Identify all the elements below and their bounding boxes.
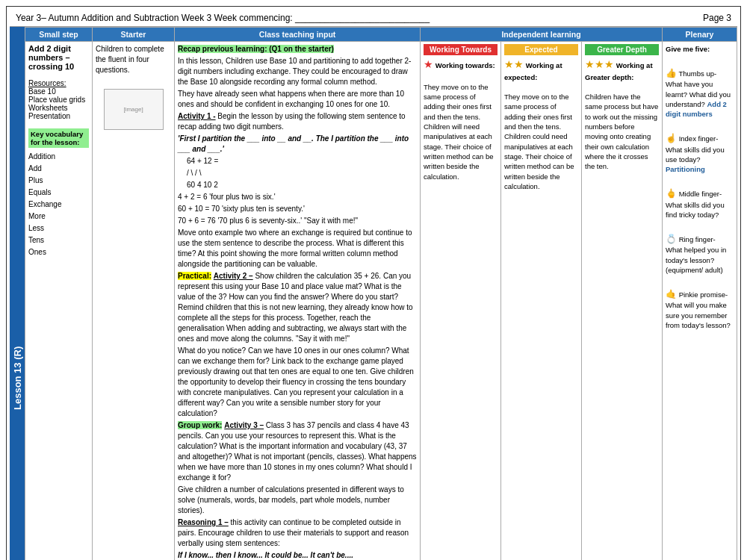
ind-greater-cell: Greater Depth ★★★ Working at Greater dep…	[582, 42, 663, 561]
plenary-item-5: 🤙 Pinkie promise- What will you make sur…	[666, 288, 734, 331]
small-step-cell: Add 2 digit numbers – crossing 10 Resour…	[25, 42, 93, 561]
calc1: 4 + 2 = 6 'four plus two is six.'	[178, 192, 417, 202]
reasoning-label: Reasoning 1 –	[178, 518, 229, 526]
activity3-text: Class 3 has 37 pencils and class 4 have …	[178, 421, 417, 482]
plenary-item-3: 🖕 Middle finger- What skills did you fin…	[666, 187, 734, 220]
recap-heading: Recap previous learning: (Q1 on the star…	[178, 45, 334, 53]
header-independent: Independent learning	[421, 28, 663, 42]
resource-4: Presentation	[28, 112, 70, 120]
stem-sentence: 'First I partition the ___ into __ and _…	[178, 134, 417, 155]
plenary-content: Give me five: 👍 Thumbs up- What have you…	[666, 44, 734, 330]
if-i-text: If I know... then I know... It could be.…	[178, 550, 417, 560]
teaching-cell: Recap previous learning: (Q1 on the star…	[175, 42, 421, 561]
vocab-list: Addition Add Plus Equals Exchange More L…	[28, 151, 89, 258]
nums1: 60 4 10 2	[178, 180, 417, 190]
resource-3: Worksheets	[28, 104, 68, 112]
header-teaching: Class teaching input	[175, 28, 421, 42]
ind-expected-cell: Expected ★★ Working at expected: They mo…	[501, 42, 582, 561]
intro-text: In this lesson, Children use Base 10 and…	[178, 56, 417, 87]
key-vocab-box: Key vocabulary for the lesson:	[28, 128, 89, 148]
plenary-item-1: 👍 Thumbs up- What have you learnt? What …	[666, 67, 734, 119]
resource-2: Place value grids	[28, 96, 85, 104]
resource-1: Base 10	[28, 87, 56, 96]
teaching-content: Recap previous learning: (Q1 on the star…	[178, 44, 417, 560]
lesson-sidebar: Lesson 13 (R)	[10, 27, 25, 560]
ind-working-header: Working Towards	[424, 44, 498, 55]
example1: 64 + 12 =	[178, 156, 417, 167]
seen-text: They have already seen what happens when…	[178, 89, 417, 110]
main-content: Lesson 13 (R) Small step Starter Class t…	[10, 27, 737, 560]
plenary-cell: Give me five: 👍 Thumbs up- What have you…	[663, 42, 737, 561]
content-area: Small step Starter Class teaching input …	[25, 27, 737, 560]
activity1-label: Activity 1 -	[178, 112, 216, 120]
page-title: Year 3– Autumn Addition and Subtraction …	[16, 13, 430, 23]
move-text: Move onto example two where an exchange …	[178, 228, 417, 270]
starter-cell: Children to complete the fluent in four …	[93, 42, 175, 561]
starter-text: Children to complete the fluent in four …	[96, 44, 171, 130]
calc2: 60 + 10 = 70 'sixty plus ten is seventy.…	[178, 204, 417, 214]
give-text: Give children a number of calculations p…	[178, 485, 417, 516]
main-table: Small step Starter Class teaching input …	[25, 27, 737, 560]
activity3-label: Activity 3 –	[224, 421, 264, 429]
ind-greater-header: Greater Depth	[585, 44, 659, 55]
header-starter: Starter	[93, 28, 175, 42]
diagram1: / \ / \	[178, 168, 417, 178]
header-small-step: Small step	[25, 28, 93, 42]
activity2-label: Activity 2 –	[214, 272, 253, 280]
practical-label: Practical:	[178, 272, 211, 280]
ind-working-cell: Working Towards ★ Working towards: They …	[421, 42, 501, 561]
ind-working-content: ★ Working towards: They move on to the s…	[424, 57, 498, 181]
page-number: Page 3	[703, 13, 731, 23]
header-plenary: Plenary	[663, 28, 737, 42]
starter-image: [image]	[104, 89, 164, 130]
calc3: 70 + 6 = 76 '70 plus 6 is seventy-six..'…	[178, 216, 417, 226]
plenary-item-2: ☝️ Index finger- What skills did you use…	[666, 132, 734, 175]
plenary-title: Give me five:	[666, 44, 734, 54]
page-header: Year 3– Autumn Addition and Subtraction …	[10, 10, 737, 27]
activity2-text: Show children the calculation 35 + 26. C…	[178, 272, 413, 343]
plenary-item-4: 💍 Ring finger- What helped you in today'…	[666, 233, 734, 276]
ind-expected-content: ★★ Working at expected: They move on to …	[504, 57, 578, 191]
page-container: Year 3– Autumn Addition and Subtraction …	[6, 6, 741, 560]
ind-greater-content: ★★★ Working at Greater depth: Children h…	[585, 57, 659, 172]
small-step-title: Add 2 digit numbers – crossing 10	[28, 44, 74, 71]
group-label: Group work:	[178, 421, 222, 429]
notice-text: What do you notice? Can we have 10 ones …	[178, 346, 417, 419]
resources-label: Resources:	[28, 79, 66, 87]
ind-expected-header: Expected	[504, 44, 578, 55]
